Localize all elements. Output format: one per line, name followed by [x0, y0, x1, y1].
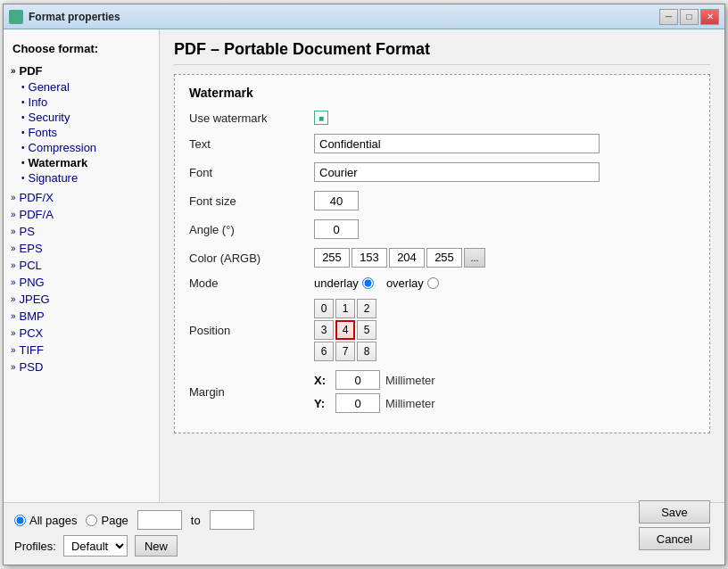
mode-overlay-radio[interactable] [427, 277, 439, 289]
sidebar-item-pdfx[interactable]: » PDF/X [4, 189, 159, 206]
use-watermark-checkbox[interactable] [314, 111, 328, 125]
section-title: Watermark [189, 86, 695, 100]
mode-control: underlay overlay [314, 276, 695, 290]
pos-btn-4[interactable]: 4 [335, 320, 355, 340]
all-pages-option[interactable]: All pages [14, 514, 77, 527]
sidebar-item-security[interactable]: • Security [4, 110, 159, 125]
margin-y-item: Y: Millimeter [314, 393, 695, 413]
all-pages-radio[interactable] [14, 515, 26, 526]
close-button[interactable]: ✕ [700, 9, 719, 25]
use-watermark-control [314, 111, 695, 125]
text-label: Text [189, 137, 314, 151]
watermark-section: Watermark Use watermark Text [174, 74, 710, 433]
sidebar-item-pdf[interactable]: » PDF [4, 62, 159, 79]
font-input[interactable] [314, 162, 600, 182]
bottom-area: All pages Page to Profiles: Default New … [4, 502, 724, 565]
margin-x-label: X: [314, 374, 330, 387]
sidebar-item-signature[interactable]: • Signature [4, 170, 159, 186]
page-to-input[interactable] [210, 510, 254, 530]
color-picker-button[interactable]: ... [464, 248, 485, 268]
color-g-input[interactable] [389, 248, 425, 268]
arrow-icon: » [11, 260, 16, 270]
arrow-icon: » [11, 227, 16, 236]
color-b-input[interactable] [426, 248, 462, 268]
sidebar-item-general[interactable]: • General [4, 79, 159, 95]
all-pages-label: All pages [29, 514, 77, 527]
new-button[interactable]: New [135, 535, 178, 557]
angle-input[interactable] [314, 219, 359, 239]
minimize-button[interactable]: ─ [659, 9, 678, 25]
margin-y-label: Y: [314, 397, 330, 410]
margin-x-item: X: Millimeter [314, 370, 695, 390]
sidebar-item-pdfa[interactable]: » PDF/A [4, 206, 159, 223]
sidebar-item-pcx[interactable]: » PCX [4, 325, 159, 342]
bullet-icon: • [21, 173, 25, 183]
sidebar-item-ps[interactable]: » PS [4, 223, 159, 240]
pos-btn-8[interactable]: 8 [357, 342, 376, 361]
use-watermark-label: Use watermark [189, 111, 314, 125]
bullet-icon: • [21, 128, 25, 137]
maximize-button[interactable]: □ [680, 9, 699, 25]
bullet-icon: • [21, 82, 25, 92]
pos-btn-5[interactable]: 5 [357, 320, 376, 340]
sidebar-item-psd[interactable]: » PSD [4, 359, 159, 375]
mode-underlay-option[interactable]: underlay [314, 276, 374, 290]
page-option[interactable]: Page [86, 514, 128, 527]
profiles-select[interactable]: Default [63, 535, 128, 557]
position-grid: 0 1 2 3 4 5 6 7 8 [314, 299, 695, 361]
arrow-icon: » [11, 345, 16, 355]
pos-btn-7[interactable]: 7 [335, 342, 355, 361]
angle-label: Angle (°) [189, 223, 314, 236]
text-input[interactable] [314, 134, 600, 153]
cancel-button[interactable]: Cancel [639, 527, 710, 550]
color-control: ... [314, 248, 695, 268]
sidebar: Choose format: » PDF • General • Info • … [4, 29, 160, 502]
save-button[interactable]: Save [639, 500, 710, 524]
pos-btn-1[interactable]: 1 [335, 299, 355, 318]
mode-underlay-label: underlay [314, 276, 359, 290]
pdf-arrow-icon: » [11, 66, 16, 76]
arrow-icon: » [11, 243, 16, 253]
profiles-row: Profiles: Default New [14, 535, 714, 557]
color-row: Color (ARGB) ... [189, 248, 695, 268]
arrow-icon: » [11, 362, 16, 372]
pos-btn-0[interactable]: 0 [314, 299, 334, 318]
margin-y-input[interactable] [335, 393, 380, 413]
sidebar-item-png[interactable]: » PNG [4, 274, 159, 291]
sidebar-item-info[interactable]: • Info [4, 95, 159, 110]
page-from-input[interactable] [137, 510, 182, 530]
arrow-icon: » [11, 311, 16, 321]
pos-btn-3[interactable]: 3 [314, 320, 334, 340]
color-label: Color (ARGB) [189, 252, 314, 265]
page-radio[interactable] [86, 515, 97, 526]
color-r-input[interactable] [352, 248, 387, 268]
font-size-control [314, 191, 695, 210]
margin-label: Margin [189, 385, 314, 399]
mode-underlay-radio[interactable] [362, 277, 374, 289]
pos-btn-2[interactable]: 2 [357, 299, 376, 318]
content-area: Choose format: » PDF • General • Info • … [4, 29, 724, 502]
mode-radio-group: underlay overlay [314, 276, 695, 290]
sidebar-item-tiff[interactable]: » TIFF [4, 342, 159, 359]
sidebar-item-pcl[interactable]: » PCL [4, 257, 159, 274]
bullet-icon: • [21, 143, 25, 153]
sidebar-item-bmp[interactable]: » BMP [4, 308, 159, 325]
sidebar-item-jpeg[interactable]: » JPEG [4, 291, 159, 308]
window-icon [9, 10, 23, 24]
sidebar-item-watermark[interactable]: • Watermark [4, 155, 159, 170]
sidebar-item-fonts[interactable]: • Fonts [4, 125, 159, 140]
sidebar-item-eps[interactable]: » EPS [4, 240, 159, 257]
arrow-icon: » [11, 210, 16, 219]
color-a-input[interactable] [314, 248, 350, 268]
action-buttons: Save Cancel [639, 500, 710, 550]
font-size-input[interactable] [314, 191, 359, 210]
sidebar-item-compression[interactable]: • Compression [4, 140, 159, 155]
margin-y-unit: Millimeter [385, 397, 435, 410]
bullet-icon: • [21, 97, 25, 107]
margin-x-input[interactable] [335, 370, 380, 390]
font-size-row: Font size [189, 191, 695, 210]
pos-btn-6[interactable]: 6 [314, 342, 334, 361]
position-control: 0 1 2 3 4 5 6 7 8 [314, 299, 695, 361]
text-control [314, 134, 695, 153]
mode-overlay-option[interactable]: overlay [386, 276, 439, 290]
